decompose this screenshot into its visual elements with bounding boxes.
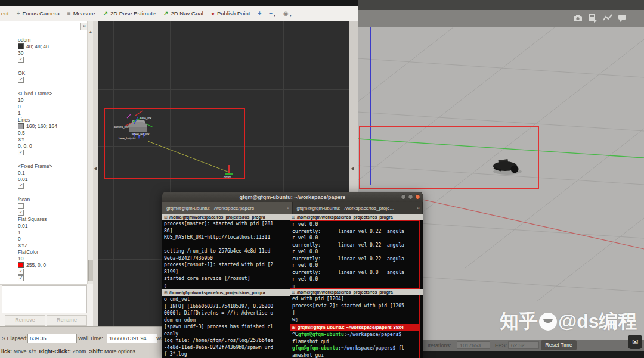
terminal-titlebar[interactable]: gfqm@gfqm-ubuntu: ~/workspace/papers bbox=[162, 192, 423, 202]
property-value[interactable]: 0.01 bbox=[18, 176, 28, 182]
collapse-view-icon[interactable]: ◀ bbox=[351, 166, 354, 171]
property-row: 0.5 bbox=[18, 129, 85, 136]
terminal-segment-path: :~/workspace/papers$ bbox=[344, 332, 401, 337]
toolbar-2d-nav-goal[interactable]: ↗2D Nav Goal bbox=[163, 10, 203, 17]
x-axis-line bbox=[417, 198, 644, 249]
collapse-panel-icon[interactable]: ◀ bbox=[94, 166, 97, 171]
color-swatch[interactable] bbox=[18, 262, 24, 268]
displays-panel: odom48; 48; 4830✓OK✓<Fixed Frame>1001Lin… bbox=[0, 21, 93, 326]
pane-header-mid-right[interactable]: ⊞/home/gfqm/workspace/ros_projects/ros_p… bbox=[290, 289, 423, 295]
property-value[interactable]: OK bbox=[18, 70, 25, 76]
property-row bbox=[18, 63, 85, 70]
terminal-pane-diffdrive[interactable]: o cmd_vel[ INFO] [1666060371.754185397, … bbox=[164, 296, 290, 358]
scroll-up-icon[interactable]: ▲ bbox=[88, 30, 93, 33]
property-value[interactable]: 0 bbox=[18, 236, 21, 242]
checkbox-checked[interactable]: ✓ bbox=[18, 269, 24, 275]
property-value[interactable]: Flat Squares bbox=[18, 216, 47, 222]
remove-button[interactable]: Remove bbox=[5, 315, 45, 326]
minimize-button[interactable] bbox=[401, 194, 406, 200]
property-value[interactable]: Lines bbox=[18, 117, 30, 123]
checkbox-checked[interactable]: ✓ bbox=[18, 275, 24, 281]
reset-time-button[interactable]: Reset Time bbox=[541, 340, 577, 350]
plot-icon[interactable] bbox=[603, 14, 612, 23]
property-value[interactable]: 0.5 bbox=[18, 130, 25, 136]
checkbox-checked[interactable]: ✓ bbox=[18, 77, 24, 83]
property-value[interactable]: 30 bbox=[18, 50, 23, 56]
property-value[interactable]: 10 bbox=[18, 97, 23, 103]
checkbox-checked[interactable]: ✓ bbox=[18, 57, 24, 63]
panel-close-icon[interactable]: × bbox=[80, 23, 87, 30]
property-value[interactable]: 1 bbox=[18, 110, 21, 116]
terminal-tab-0[interactable]: gfqm@gfqm-ubuntu: ~/workspace/papers× bbox=[162, 202, 293, 214]
property-value[interactable]: FlatColor bbox=[18, 249, 38, 255]
property-value[interactable]: 1 bbox=[18, 229, 21, 235]
rviz-top-strip bbox=[0, 0, 358, 6]
chat-bubble-icon[interactable] bbox=[618, 14, 627, 23]
plus-icon[interactable]: + bbox=[258, 11, 261, 17]
terminal-pane-flameshot[interactable]: ^Cgfqm@gfqm-ubuntu:~/workspace/papers$fl… bbox=[290, 331, 420, 358]
terminal-line: w▯ bbox=[292, 316, 419, 323]
toolbar-measure[interactable]: ≡Measure bbox=[67, 10, 95, 17]
toolbar-ect[interactable]: ect bbox=[1, 10, 9, 17]
maximize-button[interactable] bbox=[408, 194, 413, 200]
description-box bbox=[2, 285, 87, 313]
property-value[interactable]: 0; 0; 0 bbox=[18, 143, 32, 149]
close-button[interactable] bbox=[415, 194, 420, 200]
minus-icon[interactable]: −▾ bbox=[269, 10, 275, 17]
terminal-pane-teleop[interactable]: r vel 0.0currently: linear vel 0.22 angu… bbox=[290, 220, 420, 289]
fps-value: 62.52 bbox=[508, 341, 539, 349]
property-value[interactable]: /scan bbox=[18, 197, 30, 203]
property-value[interactable]: 0.1 bbox=[18, 170, 25, 176]
robot-model[interactable] bbox=[493, 159, 522, 175]
record-icon[interactable]: ◉▾ bbox=[283, 10, 292, 17]
pane-header-active[interactable]: ⊞gfqm@gfqm-ubuntu: ~/workspace/papers 39… bbox=[290, 324, 420, 331]
rename-button[interactable]: Rename bbox=[47, 315, 87, 326]
terminal-line: r vel 0.0 bbox=[292, 262, 419, 269]
property-value[interactable]: 10 bbox=[18, 256, 23, 262]
property-row: 10 bbox=[18, 255, 85, 262]
property-row: 1 bbox=[18, 110, 85, 116]
toolbar-publish-point[interactable]: ●Publish Point bbox=[211, 10, 250, 17]
checkbox-checked[interactable]: ✓ bbox=[18, 210, 24, 216]
property-value: 160; 160; 164 bbox=[26, 123, 57, 129]
focus-camera-icon: + bbox=[17, 11, 20, 17]
panel-splitter[interactable]: ◀ bbox=[93, 21, 98, 326]
color-swatch[interactable] bbox=[18, 123, 24, 129]
tf-label: camera_link bbox=[114, 126, 129, 129]
property-value[interactable]: XY bbox=[18, 136, 24, 142]
terminal-line: currently: linear vel 0.22 angula bbox=[292, 256, 419, 263]
property-value[interactable]: 0 bbox=[18, 104, 21, 110]
chat-bubble-float-icon[interactable]: ✉ bbox=[628, 335, 642, 349]
toolbar-focus-camera[interactable]: +Focus Camera bbox=[17, 10, 60, 17]
terminal-window: gfqm@gfqm-ubuntu: ~/workspace/papers gfq… bbox=[162, 192, 423, 358]
property-value[interactable]: 0.01 bbox=[18, 223, 28, 229]
property-value[interactable]: <Fixed Frame> bbox=[18, 91, 52, 96]
wall-time-input[interactable]: 1666061391.94 bbox=[107, 334, 157, 343]
color-swatch[interactable] bbox=[18, 43, 24, 49]
toolbar-2d-pose-estimate[interactable]: ↗2D Pose Estimate bbox=[103, 10, 156, 17]
tf-label: wheel_left_link bbox=[132, 133, 150, 136]
checkbox-unchecked[interactable] bbox=[18, 203, 24, 209]
pane-header-top-left[interactable]: ⊞/home/gfqm/workspace/ros_projects/ros_p… bbox=[162, 214, 290, 220]
terminal-line: currently: linear vel 0.22 angula bbox=[292, 228, 419, 235]
tab-close-icon[interactable]: × bbox=[417, 206, 420, 211]
terminal-line: f-3*.log bbox=[164, 351, 290, 358]
checkbox-checked[interactable]: ✓ bbox=[18, 183, 24, 189]
camera-icon[interactable] bbox=[573, 14, 583, 23]
toolbar-label: Measure bbox=[73, 10, 95, 17]
save-icon[interactable] bbox=[588, 14, 597, 23]
property-value[interactable]: odom bbox=[18, 37, 30, 43]
property-value[interactable]: <Fixed Frame> bbox=[18, 163, 52, 169]
tab-label: gfqm@gfqm-ubuntu: ~/workspace/papers bbox=[166, 206, 254, 211]
terminal-pane-rviz-launch[interactable]: ed with pid [1204]process[rviz-2]: start… bbox=[290, 295, 420, 324]
checkbox-checked[interactable]: ✓ bbox=[18, 150, 24, 155]
property-row bbox=[18, 155, 85, 163]
tab-close-icon[interactable]: × bbox=[287, 206, 290, 211]
property-row: 255; 0; 0 bbox=[18, 262, 85, 268]
elapsed-input[interactable]: 639.35 bbox=[27, 334, 77, 343]
terminal-tab-1[interactable]: gfqm@gfqm-ubuntu: ~/workspace/ros_proje.… bbox=[293, 202, 423, 214]
pane-header-top-right[interactable]: ⊞/home/gfqm/workspace/ros_projects/ros_p… bbox=[290, 214, 423, 220]
pane-header-bottom-left[interactable]: ⊞/home/gfqm/workspace/ros_projects/ros_p… bbox=[162, 289, 290, 296]
property-value[interactable]: XYZ bbox=[18, 242, 28, 248]
terminal-pane-roscore[interactable]: process[master]: started with pid [28186… bbox=[164, 220, 290, 289]
